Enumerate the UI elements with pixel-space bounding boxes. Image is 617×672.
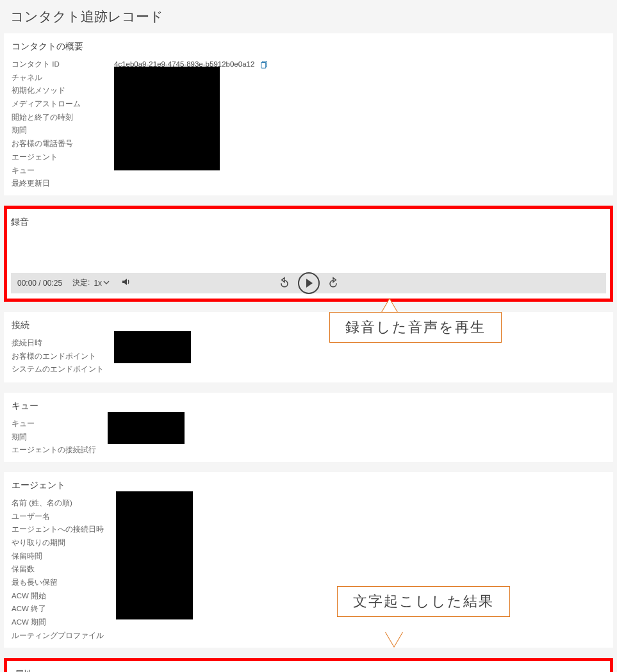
redaction-block-queue (108, 412, 185, 444)
redaction-block-connection (114, 331, 191, 363)
recording-title: 録音 (11, 217, 606, 228)
redaction-block-overview (114, 67, 220, 170)
player-speed-value: 1x (94, 279, 102, 288)
queue-label-duration: 期間 (12, 430, 114, 444)
volume-icon[interactable] (121, 277, 131, 289)
agent-label-acwEnd: ACW 終了 (12, 602, 114, 616)
agent-section: エージェント 名前 (姓、名の順) ユーザー名 エージェントへの接続日時 やり取… (4, 472, 613, 648)
queue-label-queue: キュー (12, 417, 114, 430)
attributes-title: 属性 (15, 669, 602, 673)
queue-label-agentConnectAttempts: エージェントの接続試行 (12, 443, 114, 457)
agent-label-longestHold: 最も長い保留 (12, 576, 114, 589)
rewind-button[interactable] (277, 276, 292, 290)
copy-icon[interactable] (260, 60, 268, 69)
queue-section: キュー キュー 期間 エージェントの接続試行 (4, 393, 613, 462)
page-title: コンタクト追跡レコード (10, 8, 613, 26)
player-speed-label: 決定: (72, 277, 90, 288)
queue-title: キュー (12, 400, 605, 412)
callout-playback-text: 録音した音声を再生 (345, 319, 486, 335)
agent-title: エージェント (12, 480, 605, 491)
overview-label-channel: チャネル (12, 71, 114, 85)
agent-label-holdTime: 保留時間 (12, 550, 114, 563)
agent-label-holds: 保留数 (12, 562, 114, 576)
connection-section: 接続 接続日時 お客様のエンドポイント システムのエンドポイント 録音した音声を… (4, 312, 613, 382)
play-icon (306, 279, 313, 288)
callout-transcription: 文字起こしした結果 (337, 586, 510, 617)
connection-label-connectedAt: 接続日時 (12, 336, 114, 350)
overview-title: コンタクトの概要 (12, 41, 605, 53)
agent-label-interaction: やり取りの期間 (12, 536, 114, 550)
overview-label-duration: 期間 (12, 124, 114, 137)
overview-label-agent: エージェント (12, 151, 114, 164)
connection-title: 接続 (12, 320, 605, 331)
play-button[interactable] (298, 272, 320, 294)
forward-button[interactable] (326, 276, 340, 290)
callout-playback: 録音した音声を再生 (329, 312, 502, 343)
callout-transcription-text: 文字起こしした結果 (353, 593, 494, 609)
overview-label-contactid: コンタクト ID (12, 58, 114, 71)
recording-highlight-box: 録音 00:00 / 00:25 決定: 1x (4, 206, 613, 302)
chevron-down-icon (103, 279, 110, 288)
agent-label-routingProfile: ルーティングプロファイル (12, 629, 114, 643)
agent-label-username: ユーザー名 (12, 510, 114, 523)
agent-label-acwStart: ACW 開始 (12, 589, 114, 603)
overview-row-contactid: コンタクト ID 4c1eb0a9-21e9-4745-893e-b5912b0… (12, 58, 605, 71)
overview-label-initmethod: 初期化メソッド (12, 84, 114, 97)
attributes-highlight-box: 属性 Transcription 来海 太郎 様 お 電話 ありがとう ござい … (4, 658, 613, 673)
agent-label-acwDuration: ACW 期間 (12, 616, 114, 629)
svg-rect-1 (261, 62, 265, 68)
overview-label-startend: 開始と終了の時刻 (12, 111, 114, 124)
player-speed-dropdown[interactable]: 1x (94, 279, 110, 288)
player-time: 00:00 / 00:25 (17, 279, 62, 288)
audio-player-bar: 00:00 / 00:25 決定: 1x (11, 273, 606, 293)
overview-label-customerphone: お客様の電話番号 (12, 137, 114, 151)
connection-label-systemEndpoint: システムのエンドポイント (12, 363, 114, 376)
overview-label-lastmodified: 最終更新日 (12, 177, 114, 190)
agent-label-agentConnectedAt: エージェントへの接続日時 (12, 523, 114, 536)
redaction-block-agent (116, 491, 193, 619)
agent-label-name: 名前 (姓、名の順) (12, 496, 114, 510)
overview-section: コンタクトの概要 コンタクト ID 4c1eb0a9-21e9-4745-893… (4, 33, 613, 195)
connection-label-customerEndpoint: お客様のエンドポイント (12, 350, 114, 363)
overview-label-queue: キュー (12, 164, 114, 177)
overview-label-mediastream: メディアストローム (12, 97, 114, 111)
